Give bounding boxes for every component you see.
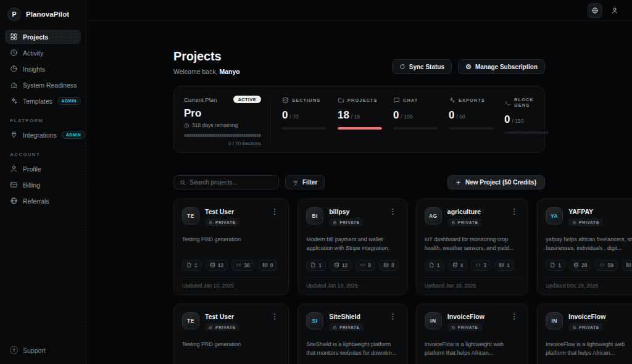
sidebar-item-referrals[interactable]: Referrals: [5, 194, 81, 208]
user-menu-button[interactable]: [611, 7, 618, 14]
visibility-label: PRIVATE: [579, 220, 599, 225]
project-card[interactable]: YA YAFPAY PRIVATE ⋮ yafpay helps african…: [537, 199, 632, 295]
stat-value: 0: [504, 114, 510, 126]
project-description: InvoiceFlow is a lightweight web platfor…: [425, 340, 520, 358]
project-card[interactable]: TE Test User PRIVATE ⋮ Testing PRD gener…: [173, 199, 289, 295]
project-card[interactable]: TE Test User PRIVATE ⋮ Testing PRD gener…: [173, 304, 289, 364]
stat-progress-bar: [282, 127, 326, 130]
project-description: Testing PRD generation: [182, 235, 280, 253]
code-stat: 3: [471, 260, 491, 271]
file-icon: [186, 262, 192, 268]
stat-limit: / 50: [456, 114, 465, 120]
sidebar: P PlanovaPilot Projects Activity Insight…: [0, 0, 86, 364]
stat-limit: / 100: [401, 114, 412, 120]
avatar: IN: [425, 312, 442, 329]
card-menu-button[interactable]: ⋮: [269, 207, 280, 216]
project-card[interactable]: IN InvoiceFlow PRIVATE ⋮ InvoiceFlow is …: [416, 304, 528, 364]
plan-status-badge: ACTIVE: [233, 96, 261, 103]
server-stat: 1: [494, 260, 514, 271]
search-box[interactable]: [173, 175, 279, 189]
avatar-initials: AG: [429, 213, 438, 219]
avatar: TE: [182, 312, 199, 329]
code-count: 38: [244, 262, 249, 268]
sync-status-button[interactable]: Sync Status: [392, 59, 452, 74]
server-stat: 8: [379, 260, 399, 271]
docs-count: 1: [437, 262, 440, 268]
project-description: yafpay helps african freelancers, small …: [546, 235, 632, 253]
sidebar-item-system-readiness[interactable]: System Readiness: [5, 78, 81, 92]
project-card[interactable]: AG agriculture PRIVATE ⋮ IoT dashboard f…: [416, 199, 528, 295]
sidebar-item-projects[interactable]: Projects: [5, 30, 81, 44]
language-button[interactable]: [588, 3, 602, 18]
avatar-initials: TE: [187, 318, 194, 324]
sidebar-item-billing[interactable]: Billing: [5, 178, 81, 192]
avatar-initials: BI: [312, 213, 318, 219]
card-divider: [546, 277, 632, 278]
help-icon: ?: [10, 346, 18, 354]
sidebar-item-integrations[interactable]: Integrations ADMIN: [5, 128, 81, 142]
search-input[interactable]: [189, 179, 273, 186]
project-card[interactable]: BI billpsy PRIVATE ⋮ Modern bill payment…: [297, 199, 407, 295]
usage-stats: SECTIONS 0/ 70 PROJECTS 18/ 15: [271, 96, 549, 143]
stat-limit: / 70: [289, 114, 298, 120]
filter-button[interactable]: Filter: [285, 175, 325, 189]
stat-exports: EXPORTS 0/ 50: [438, 96, 493, 143]
project-stats: 1 28 59 0: [546, 260, 632, 271]
lock-icon: [572, 220, 576, 225]
help-glyph: ?: [12, 347, 15, 353]
card-menu-button[interactable]: ⋮: [269, 312, 280, 321]
card-menu-button[interactable]: ⋮: [630, 312, 632, 321]
lock-icon: [209, 220, 213, 225]
sidebar-item-support[interactable]: ? Support: [5, 341, 81, 359]
server-icon: [262, 262, 268, 268]
code-stat: 8: [356, 260, 375, 271]
current-plan-card: Current Plan ACTIVE Pro 318 days remaini…: [184, 96, 271, 143]
avatar: AG: [425, 207, 442, 225]
content-scroll[interactable]: Projects Welcome back, Manyo Sync Status…: [86, 21, 632, 364]
card-menu-button[interactable]: ⋮: [388, 207, 399, 216]
project-description: SiteShield is a lightweight platform tha…: [306, 340, 399, 358]
card-menu-button[interactable]: ⋮: [509, 207, 520, 216]
brand-logo-letter: P: [12, 10, 16, 18]
sidebar-item-insights[interactable]: Insights: [5, 62, 81, 76]
project-title: InvoiceFlow: [568, 312, 605, 321]
page-title: Projects: [173, 49, 240, 64]
code-count: 3: [483, 262, 486, 268]
lock-icon: [209, 325, 213, 329]
sidebar-item-activity[interactable]: Activity: [5, 46, 81, 60]
stat-progress-bar: [504, 131, 549, 134]
sidebar-item-label: Referrals: [23, 197, 49, 205]
manage-subscription-button[interactable]: ⚙ Manage Subscription: [458, 59, 545, 74]
project-title: billpsy: [329, 207, 364, 216]
gear-icon: ⚙: [465, 64, 472, 70]
avatar: TE: [182, 207, 199, 225]
card-menu-button[interactable]: ⋮: [630, 207, 632, 216]
server-icon: [499, 262, 504, 268]
gauge-icon: [10, 81, 18, 89]
sidebar-section-account: ACCOUNT: [10, 152, 76, 157]
stat-value: 18: [338, 109, 349, 122]
visibility-badge: PRIVATE: [329, 218, 364, 226]
new-project-label: New Project (50 Credits): [465, 179, 536, 186]
brand-logo: P: [7, 7, 21, 21]
card-menu-button[interactable]: ⋮: [509, 312, 520, 321]
globe-icon: [10, 197, 18, 205]
sync-status-label: Sync Status: [409, 64, 444, 70]
card-menu-button[interactable]: ⋮: [388, 312, 399, 321]
sidebar-item-templates[interactable]: Templates ADMIN: [5, 94, 81, 108]
manage-subscription-label: Manage Subscription: [475, 64, 538, 70]
visibility-label: PRIVATE: [339, 220, 360, 225]
new-project-button[interactable]: + New Project (50 Credits): [447, 175, 545, 189]
admin-badge: ADMIN: [57, 97, 81, 105]
brand: P PlanovaPilot: [5, 5, 81, 30]
welcome-text: Welcome back, Manyo: [173, 68, 240, 75]
credit-card-icon: [10, 181, 18, 189]
project-card[interactable]: IN InvoiceFlow PRIVATE ⋮ InvoiceFlow is …: [537, 304, 632, 364]
project-stats: 1 4 3 1: [425, 260, 520, 271]
card-divider: [306, 277, 399, 278]
project-card[interactable]: SI SiteShield PRIVATE ⋮ SiteShield is a …: [297, 304, 407, 364]
code-stat: 59: [595, 260, 617, 271]
database-icon: [334, 262, 339, 268]
project-updated: Updated Dec 29, 2025: [546, 283, 632, 289]
sidebar-item-profile[interactable]: Profile: [5, 162, 81, 176]
